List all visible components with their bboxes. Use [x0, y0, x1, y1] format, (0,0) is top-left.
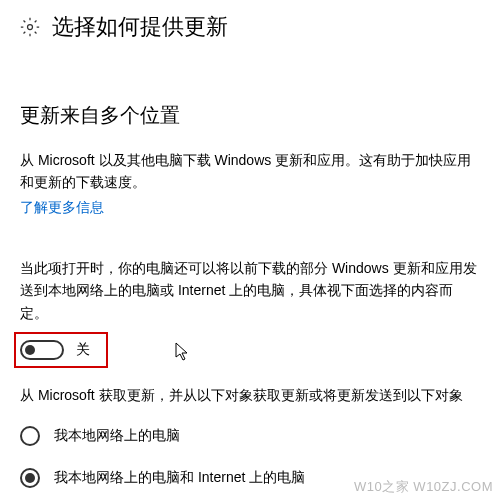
watermark: W10之家 W10ZJ.COM [354, 478, 493, 496]
radio-label: 我本地网络上的电脑 [54, 427, 180, 445]
description-1: 从 Microsoft 以及其他电脑下载 Windows 更新和应用。这有助于加… [20, 149, 481, 194]
gear-icon [20, 17, 40, 37]
page-title: 选择如何提供更新 [52, 12, 228, 42]
section-subtitle: 更新来自多个位置 [20, 102, 481, 129]
content-area: 更新来自多个位置 从 Microsoft 以及其他电脑下载 Windows 更新… [0, 102, 501, 488]
cursor-icon [175, 342, 191, 362]
toggle-label: 关 [76, 341, 90, 359]
radio-button[interactable] [20, 468, 40, 488]
radio-label: 我本地网络上的电脑和 Internet 上的电脑 [54, 469, 305, 487]
radio-option-local[interactable]: 我本地网络上的电脑 [20, 426, 481, 446]
description-2: 当此项打开时，你的电脑还可以将以前下载的部分 Windows 更新和应用发送到本… [20, 257, 481, 324]
svg-point-0 [28, 25, 33, 30]
page-header: 选择如何提供更新 [0, 0, 501, 62]
learn-more-link[interactable]: 了解更多信息 [20, 199, 104, 217]
toggle-row: 关 [20, 340, 481, 360]
radio-intro: 从 Microsoft 获取更新，并从以下对象获取更新或将更新发送到以下对象 [20, 384, 481, 406]
delivery-toggle[interactable] [20, 340, 64, 360]
toggle-knob [25, 345, 35, 355]
radio-button[interactable] [20, 426, 40, 446]
